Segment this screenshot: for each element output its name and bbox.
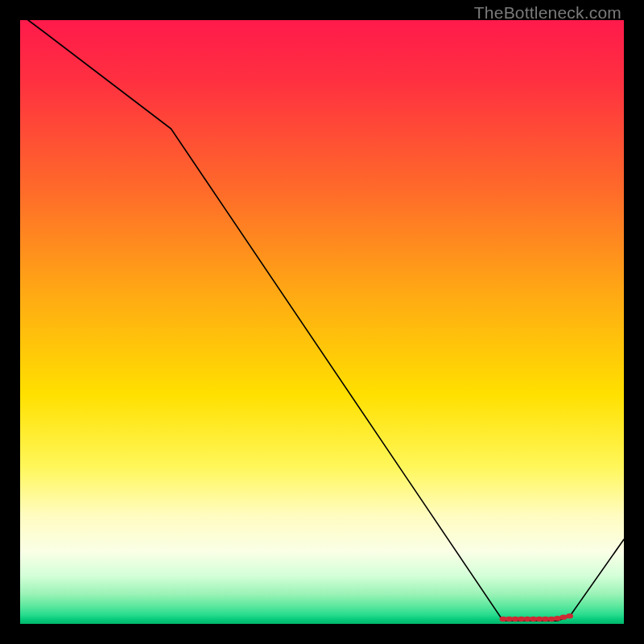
chart-marker [566, 613, 573, 618]
chart-markers [500, 613, 574, 621]
chart-overlay [20, 20, 624, 624]
chart-curve [20, 14, 624, 621]
chart-frame: TheBottleneck.com [0, 0, 644, 644]
